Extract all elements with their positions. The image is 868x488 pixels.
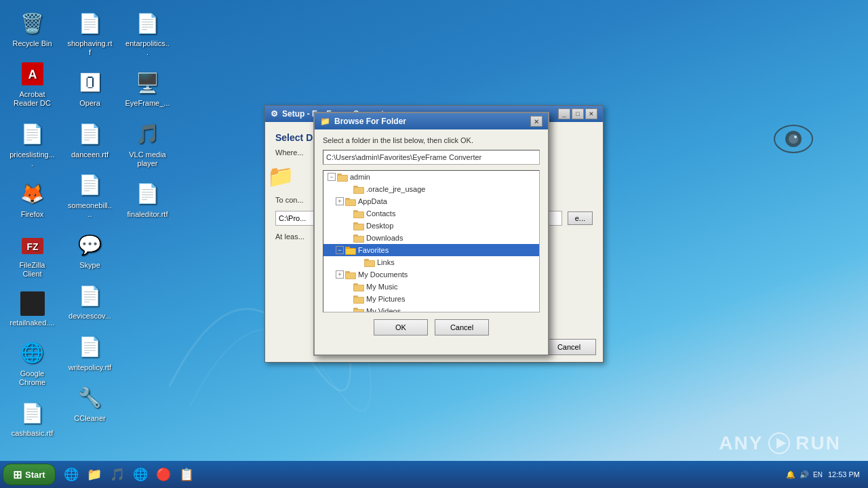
svg-text:A: A xyxy=(28,68,37,81)
desktop-icon-filezilla[interactable]: FZ FileZilla Client xyxy=(7,228,58,281)
skype-icon: 💬 xyxy=(77,231,104,258)
writepolicy-label: writepolicy.rtf xyxy=(68,363,111,372)
desktop-icon-eyeframe[interactable]: 🖥️ EyeFrame_... xyxy=(122,66,173,110)
downloads-folder-icon xyxy=(353,233,364,243)
tree-item-appdata[interactable]: AppData xyxy=(323,195,539,207)
desktop-icon-writepolicy[interactable]: 📄 writepolicy.rtf xyxy=(64,331,115,375)
setup-controls: _ □ ✕ xyxy=(558,108,597,119)
tree-item-mypictures[interactable]: My Pictures xyxy=(323,293,539,305)
firefox-label: Firefox xyxy=(21,210,44,219)
taskbar-media-icon[interactable]: 🎵 xyxy=(107,464,127,485)
svg-rect-14 xyxy=(354,188,363,193)
tree-label-admin: admin xyxy=(350,173,370,181)
tree-expand-myvideos xyxy=(342,306,353,312)
tree-label-contacts: Contacts xyxy=(366,209,395,218)
svg-rect-26 xyxy=(354,237,363,242)
devicescov-icon: 📄 xyxy=(77,282,104,309)
tree-expand-mydocuments[interactable] xyxy=(334,269,345,280)
tree-expand-admin[interactable] xyxy=(326,171,337,182)
setup-cancel-button[interactable]: Cancel xyxy=(542,339,596,355)
desktop-icon-shophaving[interactable]: 📄 shophaving.rtf xyxy=(64,7,115,60)
browse-close-button[interactable]: ✕ xyxy=(530,116,542,127)
taskbar-task-icon[interactable]: 📋 xyxy=(176,464,197,485)
desktop-icon-danceen[interactable]: 📄 danceen.rtf xyxy=(64,118,115,162)
setup-close-button[interactable]: ✕ xyxy=(585,108,597,119)
desktop-icon-ccleaner[interactable]: 🔧 CCleaner xyxy=(64,382,115,426)
taskbar-clock: 12:53 PM xyxy=(828,470,860,479)
danceen-icon: 📄 xyxy=(77,121,104,148)
setup-maximize-button[interactable]: □ xyxy=(572,108,584,119)
tree-expand-links xyxy=(353,257,364,268)
desktop-icon-retailnaked[interactable]: retailnaked.... xyxy=(7,289,58,330)
desktop-icon-finaleditor[interactable]: 📄 finaleditor.rtf xyxy=(122,178,173,222)
shophaving-label: shophaving.rtf xyxy=(67,39,113,57)
taskbar: ⊞ Start 🌐 📁 🎵 🌐 🔴 📋 🔔 🔊 EN 12:53 PM xyxy=(0,461,868,488)
desktop-icon-skype[interactable]: 💬 Skype xyxy=(64,228,115,272)
tree-expand-appdata[interactable] xyxy=(334,196,345,207)
devicescov-label: devicescov... xyxy=(68,312,111,321)
filezilla-label: FileZilla Client xyxy=(9,261,55,279)
myvideos-folder-icon xyxy=(353,306,364,312)
desktop-icon-recycle-bin[interactable]: 🗑️ Recycle Bin xyxy=(7,7,58,51)
taskbar-explorer-icon[interactable]: 📁 xyxy=(84,464,104,485)
svg-rect-20 xyxy=(354,212,363,218)
priceslisting-icon: 📄 xyxy=(19,121,46,148)
start-button[interactable]: ⊞ Start xyxy=(3,464,56,485)
tree-item-links[interactable]: Links xyxy=(323,256,539,268)
vlc-icon: 🎵 xyxy=(134,121,161,148)
desktop-icon-cashbasic[interactable]: 📄 cashbasic.rtf xyxy=(7,396,58,441)
shophaving-icon: 📄 xyxy=(77,9,104,37)
desktop-icon-acrobat[interactable]: A Acrobat Reader DC xyxy=(7,58,58,110)
chrome-label: Google Chrome xyxy=(9,369,55,387)
tree-item-desktop[interactable]: Desktop xyxy=(323,220,539,232)
anyrun-watermark: ANY RUN xyxy=(719,432,841,454)
browse-folder-icon: 📁 xyxy=(320,117,330,126)
tree-expand-favorites[interactable] xyxy=(334,245,345,256)
desktop-icon-devicescov[interactable]: 📄 devicescov... xyxy=(64,279,115,323)
links-folder-icon xyxy=(364,258,375,267)
desktop-icon-firefox[interactable]: 🦊 Firefox xyxy=(7,178,58,222)
desktop-icon-opera[interactable]: 🅾 Opera xyxy=(64,66,115,110)
browse-ok-button[interactable]: OK xyxy=(374,319,428,336)
tree-item-oracle[interactable]: .oracle_jre_usage xyxy=(323,183,539,195)
tree-item-mydocuments[interactable]: My Documents xyxy=(323,268,539,281)
setup-minimize-button[interactable]: _ xyxy=(558,108,570,119)
taskbar-antivirus-icon[interactable]: 🔴 xyxy=(153,464,174,485)
eyeframe-icon: 🖥️ xyxy=(134,69,161,96)
tree-expand-mymusic xyxy=(342,281,353,292)
browse-title-label: Browse For Folder xyxy=(334,117,406,126)
desktop-icon-chrome[interactable]: 🌐 Google Chrome xyxy=(7,337,58,390)
browse-tree[interactable]: admin .oracle_jre_usage AppData xyxy=(323,170,540,312)
svg-rect-38 xyxy=(354,285,363,291)
desktop-icon-entarpolitics[interactable]: 📄 entarpolitics... xyxy=(122,7,173,60)
setup-bottom-buttons: Cancel xyxy=(542,339,596,355)
tree-item-admin[interactable]: admin xyxy=(323,171,539,183)
taskbar-chrome-icon[interactable]: 🌐 xyxy=(130,464,151,485)
svg-point-7 xyxy=(789,134,798,144)
browse-titlebar: 📁 Browse For Folder ✕ xyxy=(315,113,548,129)
tree-item-downloads[interactable]: Downloads xyxy=(323,232,539,244)
tree-item-contacts[interactable]: Contacts xyxy=(323,207,539,220)
retailnaked-icon xyxy=(20,291,45,316)
tree-label-links: Links xyxy=(377,258,395,266)
svg-point-8 xyxy=(794,136,797,138)
desktop-icon-someonebill[interactable]: 📄 someonebill.... xyxy=(64,169,115,222)
desktop-icon-priceslisting[interactable]: 📄 priceslisting.... xyxy=(7,118,58,171)
browse-cancel-button[interactable]: Cancel xyxy=(435,319,489,336)
tree-item-favorites[interactable]: Favorites xyxy=(323,244,539,256)
tree-label-favorites: Favorites xyxy=(358,246,389,254)
taskbar-ie-icon[interactable]: 🌐 xyxy=(61,464,81,485)
tree-item-myvideos[interactable]: My Videos xyxy=(323,305,539,312)
mypictures-folder-icon xyxy=(353,294,364,304)
retailnaked-label: retailnaked.... xyxy=(9,319,54,327)
svg-rect-23 xyxy=(354,224,363,230)
opera-icon: 🅾 xyxy=(77,69,104,96)
tree-item-mymusic[interactable]: My Music xyxy=(323,281,539,293)
svg-rect-44 xyxy=(354,310,363,312)
browse-dialog-title: 📁 Browse For Folder xyxy=(320,117,406,126)
desktop-icon-vlc[interactable]: 🎵 VLC media player xyxy=(122,118,173,171)
tree-expand-mypictures xyxy=(342,293,353,304)
filezilla-icon: FZ xyxy=(19,231,46,258)
setup-browse-button[interactable]: e... xyxy=(568,211,593,225)
svg-rect-32 xyxy=(365,261,374,266)
